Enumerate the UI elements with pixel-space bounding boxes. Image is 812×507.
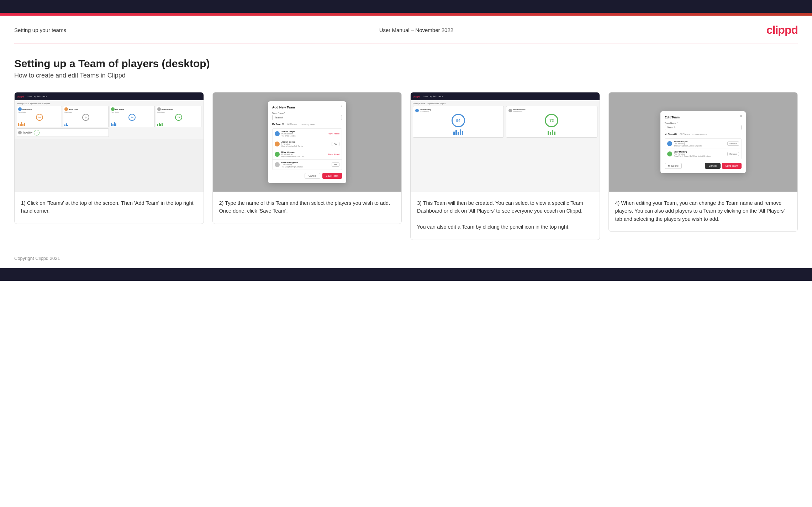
modal-close-2[interactable]: × [341, 104, 343, 108]
edit-player-row-1: Adrian Player Plus HandicapThe Shire Lon… [665, 139, 741, 149]
player-row-2: Adrian Coliba 1 HandicapCentral London G… [273, 139, 342, 149]
save-team-button-2[interactable]: Save Team [322, 173, 342, 179]
mock-bar [162, 123, 163, 126]
mock-big-score-2: 72 [545, 114, 558, 127]
card-3-screenshot: clippd Home My Performance Finding 8 out… [411, 92, 600, 192]
modal-tabs-4: My Team (2) All Players ☐ Filter by name [665, 133, 742, 136]
player-row-club-1: Plus HandicapThe Shire London [281, 133, 326, 137]
modal-bg-4: Edit Team × Team Name * Team A My Team (… [609, 92, 798, 192]
card-3-text-part1: 3) This Team will then be created. You c… [417, 200, 583, 214]
card-3-text-part2: You can also edit a Team by clicking the… [417, 224, 570, 230]
bottom-bar [0, 268, 812, 281]
card-4-text: 4) When editing your Team, you can chang… [609, 192, 798, 231]
mock-player-name-4: Dave Billingham [162, 108, 173, 110]
mock-nav-myp: My Performance [34, 95, 47, 97]
mock-avatar-1 [18, 107, 22, 111]
cancel-button-4[interactable]: Cancel [705, 163, 721, 169]
header-manual-title: User Manual – November 2022 [379, 27, 453, 33]
mock-logo: clippd [17, 95, 24, 98]
add-new-team-modal: Add New Team × Team Name * Team A My Tea… [268, 101, 346, 183]
remove-player-button-1[interactable]: Remove [727, 142, 739, 146]
mock-subtitle: Viewing 8 out of 4 players from All Play… [17, 102, 201, 105]
card-3: clippd Home My Performance Finding 8 out… [410, 92, 600, 240]
add-player-button-2[interactable]: Add [332, 142, 339, 146]
mock-big-card-1: Blair McHarg Plus Handicap 94 [413, 106, 504, 138]
add-player-button-4[interactable]: Add [332, 162, 339, 167]
player-info-3: Blair McHarg Plus HandicapRoyal North De… [281, 151, 326, 158]
player-avatar-2 [275, 142, 280, 146]
mock-bar [22, 124, 23, 126]
mock-bottom-player: Richard Butler Player Quality 72 [17, 128, 109, 137]
mock-player-3: Blair McHarg Player Quality 94 [110, 106, 155, 127]
mock-bar [458, 132, 459, 135]
edit-player-info-1: Adrian Player Plus HandicapThe Shire Lon… [674, 140, 726, 147]
card-1-text: 1) Click on 'Teams' at the top of the sc… [15, 192, 204, 224]
mock-bar [550, 132, 551, 135]
mock-bar [111, 123, 112, 126]
cards-row: clippd Home My Performance Viewing 8 out… [14, 92, 798, 240]
tab-all-players-2[interactable]: All Players [287, 123, 297, 126]
mock-avatar-4 [157, 107, 161, 111]
mock-big-card-2: Richard Butler Plus Handicap 72 [506, 106, 597, 138]
mock-score-2: 0 [82, 114, 89, 121]
mock-avatar-2 [64, 107, 68, 111]
player-list-4: Adrian Player Plus HandicapThe Shire Lon… [665, 138, 742, 159]
mock-player-4: Dave Billingham Player Quality 78 [156, 106, 201, 127]
team-name-input-4[interactable]: Team A [665, 125, 742, 130]
player-row-club-4: 3.5 HandicapThe Ding Maying Golf Club [281, 164, 330, 168]
header-logo: clippd [766, 23, 798, 37]
mock-nav-home: Home [27, 95, 32, 97]
mock-bar [157, 124, 158, 126]
page-subtitle: How to create and edit Teams in Clippd [14, 72, 798, 79]
edit-player-row-2: Blair McHarg Plus HandicapRoyal North De… [665, 149, 741, 159]
mock-bar [64, 124, 65, 126]
remove-player-button-2[interactable]: Remove [727, 152, 739, 156]
mock-score-3: 94 [128, 114, 136, 121]
mock-bar [548, 131, 549, 135]
copyright-text: Copyright Clippd 2021 [14, 256, 60, 261]
player-row-club-3: Plus HandicapRoyal North Devon Golf Club [281, 153, 326, 158]
team-name-label-4: Team Name * [665, 122, 742, 124]
mock-player-name-1: Adrian Collins [22, 108, 32, 110]
mock-bar [115, 123, 116, 126]
footer: Copyright Clippd 2021 [0, 247, 812, 268]
modal-footer-4: 🗑 Delete Cancel Save Team [665, 163, 742, 169]
mock-score-4: 78 [175, 114, 182, 121]
modal-close-4[interactable]: × [740, 114, 742, 118]
mock-bottom-name: Richard Butler [23, 131, 33, 133]
mock-bars-2 [64, 122, 107, 126]
player-status-1: Player Added [328, 133, 339, 135]
mock-avatar-3 [111, 107, 115, 111]
mock-bars-3 [111, 122, 153, 126]
mock-subtitle-3: Finding 8 out of 2 players from All Play… [413, 102, 597, 105]
mock-big-score-1: 94 [452, 114, 465, 127]
mock-score-1: 84 [36, 114, 43, 121]
card-2-text: 2) Type the name of this Team and then s… [213, 192, 402, 224]
player-row-club-2: 1 HandicapCentral London Golf Centre [281, 143, 330, 147]
delete-button-4[interactable]: 🗑 Delete [665, 163, 682, 169]
card-3-text: 3) This Team will then be created. You c… [411, 192, 600, 240]
save-team-button-4[interactable]: Save Team [722, 163, 742, 169]
edit-player-club-1: Plus HandicapThe Shire London, United Ki… [674, 143, 726, 147]
delete-label-4: Delete [671, 165, 679, 167]
modal-footer-2: Cancel Save Team [272, 173, 342, 179]
edit-player-avatar-1 [667, 141, 672, 146]
header: Setting up your teams User Manual – Nove… [0, 16, 812, 43]
player-status-3: Player Added [328, 153, 339, 155]
tab-my-team-4[interactable]: My Team (2) [665, 133, 677, 136]
card-4-screenshot: Edit Team × Team Name * Team A My Team (… [609, 92, 798, 192]
player-info-2: Adrian Coliba 1 HandicapCentral London G… [281, 141, 330, 147]
tab-my-team-2[interactable]: My Team (2) [272, 123, 284, 126]
mock-nav-myp-3: My Performance [430, 95, 443, 97]
filter-by-name-4[interactable]: ☐ Filter by name [692, 133, 707, 135]
filter-by-name-2[interactable]: ☐ Filter by name [300, 123, 315, 126]
team-name-input-2[interactable]: Team A [272, 115, 342, 120]
mock-player-name-3: Blair McHarg [115, 108, 124, 110]
tab-all-players-4[interactable]: All Players [680, 133, 690, 136]
card-1: clippd Home My Performance Viewing 8 out… [14, 92, 204, 224]
mock-bar [114, 122, 115, 126]
mock-player-2: Adrian Coliba Player Quality 0 [63, 106, 108, 127]
player-row-1: Adrian Player Plus HandicapThe Shire Lon… [273, 129, 342, 139]
mock-player-detail-4: Player Quality [157, 112, 200, 113]
cancel-button-2[interactable]: Cancel [305, 173, 320, 179]
